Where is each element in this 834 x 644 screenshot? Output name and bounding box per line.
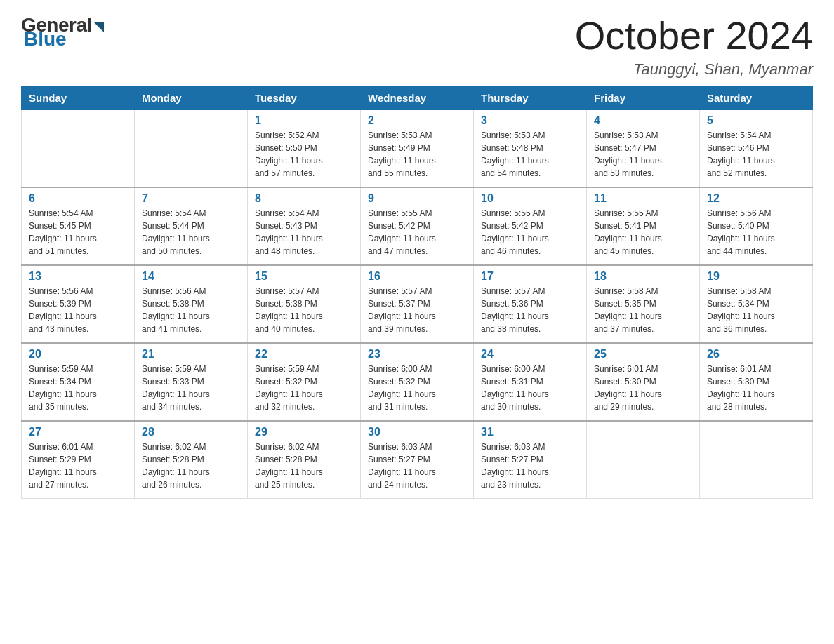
day-number: 14	[142, 270, 240, 283]
day-number: 26	[707, 348, 805, 361]
day-number: 29	[255, 426, 353, 438]
calendar-day-cell: 27Sunrise: 6:01 AM Sunset: 5:29 PM Dayli…	[22, 421, 135, 499]
day-of-week-header: Sunday	[22, 86, 135, 109]
day-info: Sunrise: 6:01 AM Sunset: 5:30 PM Dayligh…	[707, 363, 805, 413]
day-of-week-header: Thursday	[474, 86, 587, 109]
day-number: 21	[142, 348, 240, 361]
day-info: Sunrise: 5:53 AM Sunset: 5:48 PM Dayligh…	[481, 129, 579, 180]
day-number: 22	[255, 348, 353, 361]
day-number: 19	[707, 270, 805, 283]
day-info: Sunrise: 5:59 AM Sunset: 5:32 PM Dayligh…	[255, 363, 353, 413]
day-info: Sunrise: 5:59 AM Sunset: 5:34 PM Dayligh…	[29, 363, 127, 413]
month-title: October 2024	[575, 14, 813, 58]
day-info: Sunrise: 5:58 AM Sunset: 5:34 PM Dayligh…	[707, 285, 805, 335]
calendar-day-cell: 6Sunrise: 5:54 AM Sunset: 5:45 PM Daylig…	[22, 187, 135, 265]
day-info: Sunrise: 5:55 AM Sunset: 5:42 PM Dayligh…	[481, 207, 579, 257]
day-number: 13	[29, 270, 127, 283]
calendar-week-row: 6Sunrise: 5:54 AM Sunset: 5:45 PM Daylig…	[22, 187, 813, 265]
day-number: 15	[255, 270, 353, 283]
title-block: October 2024 Taunggyi, Shan, Myanmar	[575, 14, 813, 79]
calendar-day-cell: 13Sunrise: 5:56 AM Sunset: 5:39 PM Dayli…	[22, 265, 135, 343]
location-text: Taunggyi, Shan, Myanmar	[575, 60, 813, 79]
day-number: 1	[255, 114, 353, 127]
calendar-week-row: 13Sunrise: 5:56 AM Sunset: 5:39 PM Dayli…	[22, 265, 813, 343]
calendar-day-cell: 10Sunrise: 5:55 AM Sunset: 5:42 PM Dayli…	[474, 187, 587, 265]
day-number: 16	[368, 270, 466, 283]
day-number: 28	[142, 426, 240, 438]
calendar-table: SundayMondayTuesdayWednesdayThursdayFrid…	[21, 86, 813, 499]
calendar-day-cell: 8Sunrise: 5:54 AM Sunset: 5:43 PM Daylig…	[248, 187, 361, 265]
day-info: Sunrise: 6:03 AM Sunset: 5:27 PM Dayligh…	[368, 441, 466, 491]
day-number: 12	[707, 192, 805, 205]
day-info: Sunrise: 6:01 AM Sunset: 5:29 PM Dayligh…	[29, 441, 127, 491]
day-number: 17	[481, 270, 579, 283]
day-info: Sunrise: 5:54 AM Sunset: 5:44 PM Dayligh…	[142, 207, 240, 257]
calendar-day-cell: 23Sunrise: 6:00 AM Sunset: 5:32 PM Dayli…	[361, 343, 474, 421]
calendar-day-cell: 18Sunrise: 5:58 AM Sunset: 5:35 PM Dayli…	[587, 265, 700, 343]
calendar-day-cell: 21Sunrise: 5:59 AM Sunset: 5:33 PM Dayli…	[135, 343, 248, 421]
day-info: Sunrise: 6:00 AM Sunset: 5:32 PM Dayligh…	[368, 363, 466, 413]
calendar-day-cell	[135, 109, 248, 187]
day-number: 7	[142, 192, 240, 205]
day-info: Sunrise: 5:52 AM Sunset: 5:50 PM Dayligh…	[255, 129, 353, 180]
calendar-week-row: 27Sunrise: 6:01 AM Sunset: 5:29 PM Dayli…	[22, 421, 813, 499]
day-number: 25	[594, 348, 692, 361]
day-info: Sunrise: 5:56 AM Sunset: 5:40 PM Dayligh…	[707, 207, 805, 257]
calendar-day-cell: 20Sunrise: 5:59 AM Sunset: 5:34 PM Dayli…	[22, 343, 135, 421]
day-of-week-header: Wednesday	[361, 86, 474, 109]
day-info: Sunrise: 5:57 AM Sunset: 5:38 PM Dayligh…	[255, 285, 353, 335]
calendar-day-cell: 7Sunrise: 5:54 AM Sunset: 5:44 PM Daylig…	[135, 187, 248, 265]
day-info: Sunrise: 5:59 AM Sunset: 5:33 PM Dayligh…	[142, 363, 240, 413]
day-info: Sunrise: 6:02 AM Sunset: 5:28 PM Dayligh…	[255, 441, 353, 491]
logo-arrow-icon	[94, 22, 104, 32]
logo: General Blue	[21, 14, 104, 51]
day-info: Sunrise: 5:53 AM Sunset: 5:47 PM Dayligh…	[594, 129, 692, 180]
day-number: 27	[29, 426, 127, 438]
day-number: 31	[481, 426, 579, 438]
calendar-week-row: 1Sunrise: 5:52 AM Sunset: 5:50 PM Daylig…	[22, 109, 813, 187]
day-info: Sunrise: 6:00 AM Sunset: 5:31 PM Dayligh…	[481, 363, 579, 413]
day-number: 20	[29, 348, 127, 361]
calendar-day-cell: 19Sunrise: 5:58 AM Sunset: 5:34 PM Dayli…	[700, 265, 813, 343]
calendar-day-cell	[700, 421, 813, 499]
calendar-day-cell	[587, 421, 700, 499]
calendar-day-cell: 16Sunrise: 5:57 AM Sunset: 5:37 PM Dayli…	[361, 265, 474, 343]
calendar-day-cell: 4Sunrise: 5:53 AM Sunset: 5:47 PM Daylig…	[587, 109, 700, 187]
calendar-day-cell: 24Sunrise: 6:00 AM Sunset: 5:31 PM Dayli…	[474, 343, 587, 421]
day-info: Sunrise: 5:57 AM Sunset: 5:37 PM Dayligh…	[368, 285, 466, 335]
calendar-day-cell: 1Sunrise: 5:52 AM Sunset: 5:50 PM Daylig…	[248, 109, 361, 187]
calendar-day-cell: 3Sunrise: 5:53 AM Sunset: 5:48 PM Daylig…	[474, 109, 587, 187]
calendar-day-cell	[22, 109, 135, 187]
calendar-day-cell: 29Sunrise: 6:02 AM Sunset: 5:28 PM Dayli…	[248, 421, 361, 499]
day-info: Sunrise: 5:55 AM Sunset: 5:42 PM Dayligh…	[368, 207, 466, 257]
day-number: 6	[29, 192, 127, 205]
day-number: 23	[368, 348, 466, 361]
calendar-day-cell: 22Sunrise: 5:59 AM Sunset: 5:32 PM Dayli…	[248, 343, 361, 421]
logo-blue-text: Blue	[24, 28, 67, 51]
day-number: 8	[255, 192, 353, 205]
day-number: 2	[368, 114, 466, 127]
day-info: Sunrise: 5:58 AM Sunset: 5:35 PM Dayligh…	[594, 285, 692, 335]
day-of-week-header: Saturday	[700, 86, 813, 109]
day-of-week-header: Tuesday	[248, 86, 361, 109]
day-info: Sunrise: 6:02 AM Sunset: 5:28 PM Dayligh…	[142, 441, 240, 491]
day-info: Sunrise: 5:54 AM Sunset: 5:45 PM Dayligh…	[29, 207, 127, 257]
calendar-day-cell: 25Sunrise: 6:01 AM Sunset: 5:30 PM Dayli…	[587, 343, 700, 421]
page-header: General Blue October 2024 Taunggyi, Shan…	[21, 14, 813, 79]
day-info: Sunrise: 6:03 AM Sunset: 5:27 PM Dayligh…	[481, 441, 579, 491]
day-info: Sunrise: 5:53 AM Sunset: 5:49 PM Dayligh…	[368, 129, 466, 180]
calendar-day-cell: 2Sunrise: 5:53 AM Sunset: 5:49 PM Daylig…	[361, 109, 474, 187]
day-info: Sunrise: 5:54 AM Sunset: 5:46 PM Dayligh…	[707, 129, 805, 180]
day-number: 30	[368, 426, 466, 438]
calendar-day-cell: 17Sunrise: 5:57 AM Sunset: 5:36 PM Dayli…	[474, 265, 587, 343]
day-number: 11	[594, 192, 692, 205]
day-number: 5	[707, 114, 805, 127]
day-info: Sunrise: 5:56 AM Sunset: 5:39 PM Dayligh…	[29, 285, 127, 335]
day-of-week-header: Friday	[587, 86, 700, 109]
calendar-day-cell: 31Sunrise: 6:03 AM Sunset: 5:27 PM Dayli…	[474, 421, 587, 499]
day-info: Sunrise: 5:54 AM Sunset: 5:43 PM Dayligh…	[255, 207, 353, 257]
day-info: Sunrise: 5:55 AM Sunset: 5:41 PM Dayligh…	[594, 207, 692, 257]
day-of-week-header: Monday	[135, 86, 248, 109]
calendar-day-cell: 26Sunrise: 6:01 AM Sunset: 5:30 PM Dayli…	[700, 343, 813, 421]
day-number: 10	[481, 192, 579, 205]
